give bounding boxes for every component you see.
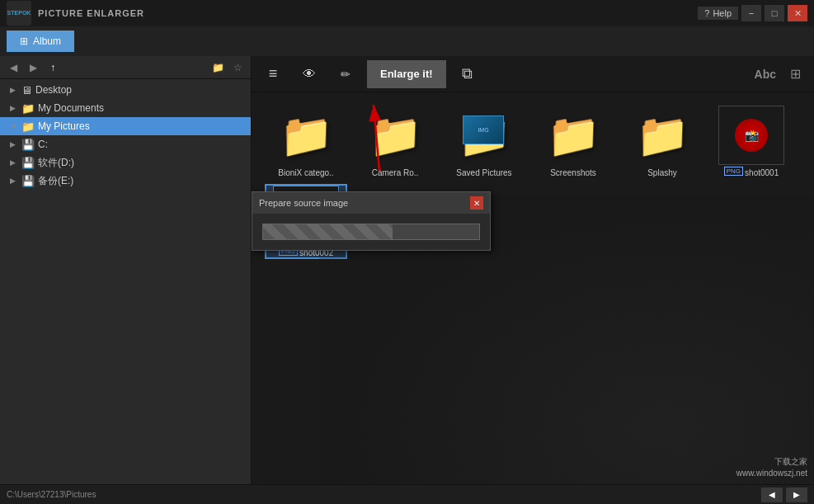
- folder-item-bionix[interactable]: 📁 BioniX catego..: [265, 106, 347, 177]
- sidebar-item-pictures[interactable]: ▼ 📁 My Pictures: [0, 117, 251, 135]
- status-bar: C:\Users\27213\Pictures ◀ ▶: [0, 484, 814, 504]
- forward-button[interactable]: ▶: [25, 59, 41, 76]
- grid-view-button[interactable]: ⊞: [783, 62, 807, 87]
- progress-dialog: Prepare source image ✕: [252, 191, 491, 251]
- file-grid: 📁 BioniX catego.. 📁 Camera Ro.. 📁 IMG Sa…: [252, 92, 814, 484]
- file-label: BioniX catego..: [278, 168, 333, 177]
- folder-icon: 📁: [280, 111, 333, 161]
- status-buttons: ◀ ▶: [761, 488, 807, 502]
- c-drive-icon: 💾: [21, 139, 35, 151]
- status-btn-1[interactable]: ◀: [761, 488, 783, 502]
- app-logo: STEPOK: [7, 1, 31, 26]
- content-area: ≡ 👁 ✏ Enlarge it! ⧉ Abc ⊞: [252, 56, 814, 484]
- d-drive-icon: 💾: [21, 157, 35, 169]
- help-question-icon: ?: [704, 8, 709, 18]
- up-button[interactable]: ↑: [45, 59, 61, 76]
- expand-arrow: ▶: [10, 177, 18, 185]
- grid-icon: ⊞: [790, 67, 801, 81]
- title-bar-right: ? Help − □ ✕: [698, 5, 807, 21]
- watermark-line2: www.windowszj.net: [736, 468, 807, 479]
- watermark-line1: 下载之家: [736, 456, 807, 468]
- new-folder-button[interactable]: 📁: [209, 59, 226, 76]
- list-view-button[interactable]: ≡: [258, 59, 288, 89]
- folder-thumb: 📁: [273, 106, 339, 165]
- toolbar-right: Abc ⊞: [755, 62, 807, 87]
- close-button[interactable]: ✕: [788, 5, 807, 21]
- folder-thumb: 📁: [362, 106, 428, 165]
- documents-icon: 📁: [21, 102, 35, 115]
- title-bar-left: STEPOK PICTURE ENLARGER: [7, 1, 144, 26]
- expand-arrow: ▶: [10, 86, 18, 94]
- png-badge: PNG: [724, 167, 743, 176]
- edit-button[interactable]: ✏: [331, 59, 360, 89]
- watermark: 下载之家 www.windowszj.net: [736, 456, 807, 479]
- file-label: Camera Ro..: [372, 168, 419, 177]
- enlarge-button[interactable]: Enlarge it!: [367, 60, 446, 88]
- file-thumb: 📸: [718, 106, 784, 165]
- desktop-icon: 🖥: [21, 84, 32, 97]
- folder-item-saved-pictures[interactable]: 📁 IMG Saved Pictures: [443, 106, 525, 177]
- list-view-icon: ≡: [269, 65, 278, 82]
- main-toolbar: ⊞ Album: [0, 26, 814, 56]
- eye-icon: 👁: [303, 67, 316, 82]
- e-drive-icon: 💾: [21, 175, 35, 187]
- main-layout: ◀ ▶ ↑ 📁 ☆ ▶ 🖥 Desktop ▶ 📁 My Documents ▼: [0, 56, 814, 484]
- back-button[interactable]: ◀: [5, 59, 21, 76]
- progress-bar-fill: [263, 224, 393, 239]
- status-btn-2[interactable]: ▶: [786, 488, 807, 502]
- image-preview: 📸: [735, 119, 768, 152]
- sidebar-toolbar: ◀ ▶ ↑ 📁 ☆: [0, 56, 251, 79]
- abc-label: Abc: [755, 68, 776, 81]
- folder-icon: 📁: [369, 111, 422, 161]
- file-label: Saved Pictures: [456, 168, 511, 177]
- folder-icon: 📁: [547, 111, 600, 161]
- path-label: C:\Users\27213\Pictures: [7, 490, 96, 499]
- album-button[interactable]: ⊞ Album: [7, 31, 74, 52]
- sidebar-item-d-drive[interactable]: ▶ 💾 软件(D:): [0, 153, 251, 172]
- file-label-row: PNG shot0001: [724, 165, 779, 177]
- layers-icon: ⧉: [462, 65, 473, 82]
- app-title: PICTURE ENLARGER: [38, 8, 144, 18]
- expand-arrow: ▶: [10, 104, 18, 112]
- folder-inner-preview: IMG: [463, 115, 504, 144]
- progress-bar-background: [262, 224, 480, 240]
- dialog-title-bar: Prepare source image ✕: [252, 192, 490, 214]
- content-toolbar: ≡ 👁 ✏ Enlarge it! ⧉ Abc ⊞: [252, 56, 814, 92]
- folder-icon: 📁: [636, 111, 689, 161]
- pictures-icon: 📁: [21, 120, 35, 133]
- folder-thumb: 📁: [540, 106, 606, 165]
- file-label: shot0001: [745, 168, 779, 177]
- sidebar-item-e-drive[interactable]: ▶ 💾 备份(E:): [0, 172, 251, 190]
- file-label: Splashy: [647, 168, 677, 177]
- sidebar-item-desktop[interactable]: ▶ 🖥 Desktop: [0, 81, 251, 99]
- sidebar: ◀ ▶ ↑ 📁 ☆ ▶ 🖥 Desktop ▶ 📁 My Documents ▼: [0, 56, 252, 484]
- dialog-title: Prepare source image: [259, 198, 348, 208]
- maximize-button[interactable]: □: [765, 5, 784, 21]
- folder-thumb: 📁: [629, 106, 695, 165]
- folder-item-camera-roll[interactable]: 📁 Camera Ro..: [354, 106, 436, 177]
- expand-arrow: ▶: [10, 158, 18, 167]
- dialog-content: [252, 214, 490, 250]
- preview-button[interactable]: 👁: [294, 59, 324, 89]
- layers-button[interactable]: ⧉: [453, 59, 482, 89]
- folder-item-screenshots[interactable]: 📁 Screenshots: [532, 106, 614, 177]
- edit-icon: ✏: [341, 68, 351, 81]
- help-button[interactable]: ? Help: [698, 7, 738, 20]
- title-bar: STEPOK PICTURE ENLARGER ? Help − □ ✕: [0, 0, 814, 26]
- file-item-shot0001[interactable]: 📸 PNG shot0001: [710, 106, 793, 177]
- expand-arrow: ▶: [10, 140, 18, 148]
- sidebar-item-documents[interactable]: ▶ 📁 My Documents: [0, 99, 251, 117]
- folder-thumb: 📁 IMG: [451, 106, 517, 165]
- minimize-button[interactable]: −: [741, 5, 761, 21]
- sidebar-tree: ▶ 🖥 Desktop ▶ 📁 My Documents ▼ 📁 My Pict…: [0, 79, 251, 484]
- expand-arrow: ▼: [10, 122, 18, 130]
- file-label: Screenshots: [550, 168, 596, 177]
- star-button[interactable]: ☆: [229, 59, 246, 76]
- folder-item-splashy[interactable]: 📁 Splashy: [621, 106, 703, 177]
- sidebar-item-c-drive[interactable]: ▶ 💾 C:: [0, 135, 251, 153]
- dialog-close-button[interactable]: ✕: [470, 196, 483, 210]
- album-grid-icon: ⊞: [20, 35, 28, 47]
